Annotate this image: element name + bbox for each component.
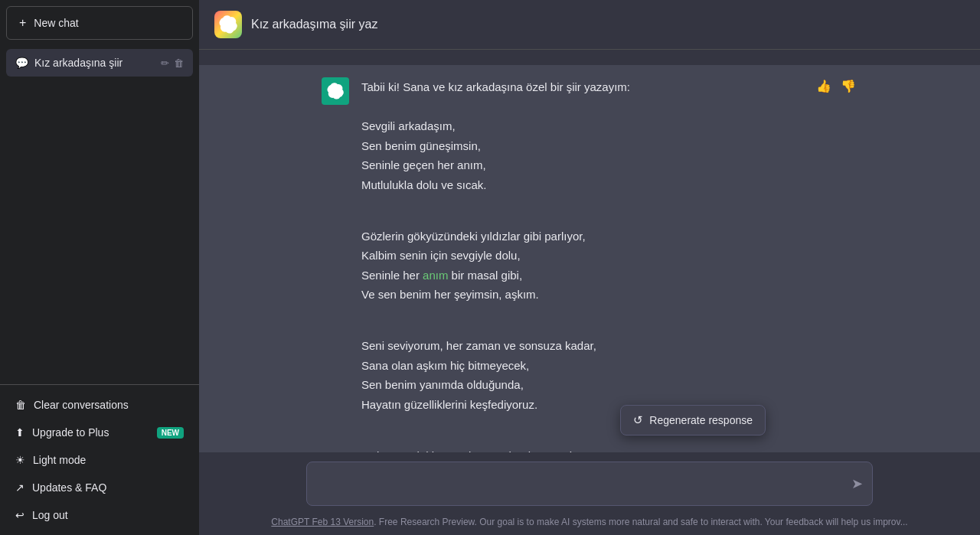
- stanza-1: Sevgili arkadaşım, Sen benim güneşimsin,…: [361, 116, 858, 194]
- conversation-label: Kız arkadaşına şiir: [34, 57, 155, 69]
- message-inner: 👍 👎 Tabii ki! Sana ve kız arkadaşına öze…: [306, 77, 873, 452]
- new-badge: NEW: [157, 427, 184, 439]
- messages-container: 👍 👎 Tabii ki! Sana ve kız arkadaşına öze…: [199, 50, 980, 452]
- highlighted-word: anım: [423, 269, 448, 282]
- conversation-item[interactable]: 💬 Kız arkadaşına şiir ✏ 🗑: [6, 49, 193, 77]
- conversations-list: 💬 Kız arkadaşına şiir ✏ 🗑: [0, 46, 199, 384]
- poem-line: Sen benim yanımda olduğunda,: [361, 375, 858, 395]
- gpt-avatar: [322, 77, 349, 105]
- poem-line: Gözlerin gökyüzündeki yıldızlar gibi par…: [361, 227, 858, 246]
- light-mode-label: Light mode: [33, 454, 86, 466]
- chat-input[interactable]: [307, 462, 872, 502]
- upgrade-to-plus-button[interactable]: ⬆ Upgrade to Plus NEW: [6, 419, 193, 446]
- sun-icon: ☀: [15, 454, 25, 466]
- poem-line: Gökyüzündeki güneşim, sen benim umudumsu…: [361, 446, 858, 453]
- light-mode-button[interactable]: ☀ Light mode: [6, 446, 193, 474]
- logout-label: Log out: [32, 509, 68, 521]
- send-icon: ➤: [851, 476, 863, 491]
- assistant-message: 👍 👎 Tabii ki! Sana ve kız arkadaşına öze…: [199, 65, 980, 452]
- poem-line: Seninle geçen her anım,: [361, 155, 858, 175]
- poem-line: Seninle her anım bir masal gibi,: [361, 266, 858, 285]
- sidebar: + New chat 💬 Kız arkadaşına şiir ✏ 🗑 🗑 C…: [0, 0, 199, 535]
- poem-line: Ve sen benim her şeyimsin, aşkım.: [361, 285, 858, 305]
- chatgpt-logo: [214, 11, 242, 38]
- poem-line: Sana olan aşkım hiç bitmeyecek,: [361, 356, 858, 376]
- external-link-icon: ↗: [15, 481, 24, 494]
- main-content: Kız arkadaşıma şiir yaz 👍 👎 Tabii ki! Sa…: [199, 0, 980, 535]
- logout-icon: ↩: [15, 509, 24, 521]
- chat-icon: 💬: [15, 57, 28, 69]
- send-button[interactable]: ➤: [851, 475, 863, 492]
- footer-disclaimer: . Free Research Preview. Our goal is to …: [374, 517, 907, 527]
- conversation-actions: ✏ 🗑: [161, 57, 184, 69]
- message-actions: 👍 👎: [815, 77, 858, 95]
- delete-icon[interactable]: 🗑: [174, 57, 184, 69]
- updates-faq-label: Updates & FAQ: [32, 481, 106, 494]
- chatgpt-version-link[interactable]: ChatGPT Feb 13 Version: [271, 517, 374, 527]
- poem-line: Hayatın güzelliklerini keşfediyoruz.: [361, 395, 858, 415]
- stanza-3: Seni seviyorum, her zaman ve sonsuza kad…: [361, 336, 858, 414]
- poem-line: Mutlulukla dolu ve sıcak.: [361, 175, 858, 195]
- stanza-2: Gözlerin gökyüzündeki yıldızlar gibi par…: [361, 227, 858, 305]
- regenerate-tooltip[interactable]: ↺ Regenerate response: [620, 405, 766, 436]
- poem-line: Seni seviyorum, her zaman ve sonsuza kad…: [361, 336, 858, 356]
- chat-header: Kız arkadaşıma şiir yaz: [199, 0, 980, 50]
- trash-icon: 🗑: [15, 399, 26, 411]
- stanza-4: Gökyüzündeki güneşim, sen benim umudumsu…: [361, 446, 858, 453]
- sidebar-bottom: 🗑 Clear conversations ⬆ Upgrade to Plus …: [0, 384, 199, 535]
- regenerate-icon: ↺: [633, 413, 643, 427]
- footer: ChatGPT Feb 13 Version. Free Research Pr…: [199, 512, 980, 535]
- clear-conversations-button[interactable]: 🗑 Clear conversations: [6, 391, 193, 419]
- poem-line: Kalbim senin için sevgiyle dolu,: [361, 246, 858, 266]
- plus-icon: +: [19, 16, 26, 30]
- updates-faq-button[interactable]: ↗ Updates & FAQ: [6, 474, 193, 501]
- poem-line: Sevgili arkadaşım,: [361, 116, 858, 136]
- input-area: ➤: [199, 452, 980, 512]
- clear-conversations-label: Clear conversations: [34, 399, 129, 411]
- chat-title: Kız arkadaşıma şiir yaz: [251, 18, 377, 31]
- message-intro: Tabii ki! Sana ve kız arkadaşına özel bi…: [361, 80, 630, 93]
- regenerate-label: Regenerate response: [649, 414, 753, 426]
- thumbs-up-button[interactable]: 👍: [815, 77, 833, 95]
- new-chat-label: New chat: [34, 17, 78, 29]
- upgrade-label: Upgrade to Plus: [32, 426, 109, 439]
- input-wrapper: ➤: [306, 462, 873, 506]
- message-text: 👍 👎 Tabii ki! Sana ve kız arkadaşına öze…: [361, 77, 858, 452]
- logout-button[interactable]: ↩ Log out: [6, 501, 193, 529]
- edit-icon[interactable]: ✏: [161, 57, 169, 69]
- thumbs-down-button[interactable]: 👎: [839, 77, 858, 95]
- new-chat-button[interactable]: + New chat: [6, 6, 193, 40]
- upgrade-icon: ⬆: [15, 426, 24, 439]
- poem-line: Sen benim güneşimsin,: [361, 136, 858, 156]
